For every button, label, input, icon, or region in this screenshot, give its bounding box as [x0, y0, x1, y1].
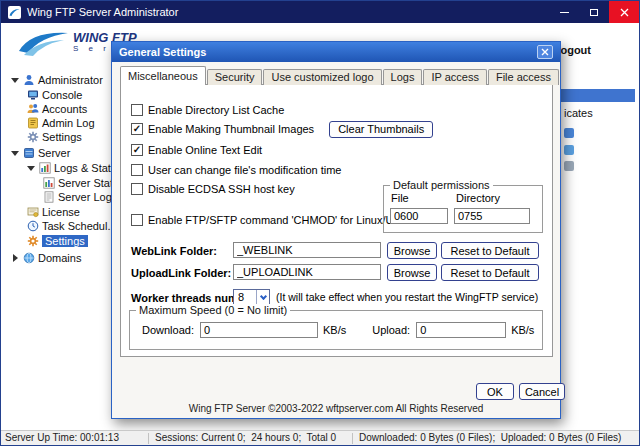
- tree-expander-open-icon[interactable]: [11, 76, 20, 85]
- tree-expander-open-icon[interactable]: [27, 164, 36, 173]
- os-titlebar[interactable]: Wing FTP Server Administrator: [1, 1, 639, 23]
- uploadlink-folder-input[interactable]: [233, 264, 381, 280]
- close-button[interactable]: [609, 1, 639, 23]
- tree-expander-open-icon[interactable]: [11, 149, 20, 158]
- checkbox-row: Enable Online Text Edit: [131, 143, 262, 157]
- administrator-icon: [23, 74, 35, 86]
- sidebar-item-license[interactable]: License: [27, 205, 80, 219]
- checkbox-row: Enable Directory List Cache: [131, 103, 284, 117]
- maximum-speed-legend: Maximum Speed (0 = No limit): [136, 304, 290, 316]
- weblink-folder-label: WebLink Folder:: [131, 245, 217, 257]
- close-icon: [620, 8, 629, 17]
- console-icon: [27, 89, 39, 101]
- status-divider: [352, 433, 353, 444]
- sidebar-item-settings-admin[interactable]: Settings: [27, 130, 82, 144]
- default-permissions-group: Default permissions File Directory: [383, 185, 543, 233]
- dialog-tab-strip: Miscellaneous Security Use customized lo…: [120, 66, 560, 85]
- uploadlink-reset-button[interactable]: Reset to Default: [441, 264, 539, 281]
- sidebar-item-label: Server: [38, 147, 70, 159]
- default-permissions-legend: Default permissions: [390, 179, 493, 191]
- ok-button[interactable]: OK: [476, 383, 514, 400]
- sidebar-item-label: Task Schedul...: [42, 220, 117, 232]
- dialog-footer-text: Wing FTP Server ©2003-2022 wftpserver.co…: [112, 403, 560, 414]
- sidebar-item-administrator[interactable]: Administrator: [11, 73, 103, 87]
- file-label: File: [391, 192, 409, 204]
- stats-chart-icon: [39, 162, 51, 174]
- weblink-reset-button[interactable]: Reset to Default: [441, 242, 539, 259]
- tree-expander-closed-icon[interactable]: [11, 254, 20, 263]
- server-icon: [23, 147, 35, 159]
- worker-threads-value: 8: [234, 291, 256, 303]
- directory-list-cache-checkbox[interactable]: [131, 104, 143, 116]
- dialog-titlebar[interactable]: General Settings: [112, 42, 560, 62]
- status-divider: [148, 433, 149, 444]
- worker-threads-dropdown[interactable]: 8: [233, 289, 270, 305]
- checkbox-row: User can change file's modification time: [131, 163, 341, 177]
- window-title: Wing FTP Server Administrator: [27, 6, 178, 18]
- upload-unit: KB/s: [511, 324, 534, 336]
- weblink-folder-row: WebLink Folder:: [131, 242, 217, 259]
- sidebar-item-server-logs[interactable]: Server Log...: [43, 190, 121, 204]
- sidebar-item-domains[interactable]: Domains: [11, 251, 81, 265]
- sidebar-item-logs-stats[interactable]: Logs & Stat...: [27, 161, 120, 175]
- sidebar-item-label: License: [42, 206, 80, 218]
- checkbox-row: Enable Making Thumbnail Images Clear Thu…: [131, 122, 433, 136]
- sidebar-item-admin-log[interactable]: Admin Log: [27, 116, 95, 130]
- thumbnail-images-checkbox[interactable]: [131, 123, 143, 135]
- minimize-button[interactable]: [549, 1, 579, 23]
- tab-security[interactable]: Security: [207, 69, 263, 85]
- tab-miscellaneous[interactable]: Miscellaneous: [120, 66, 206, 85]
- directory-permission-input[interactable]: [454, 208, 530, 224]
- dialog-close-button[interactable]: [537, 45, 553, 59]
- online-text-edit-checkbox[interactable]: [131, 144, 143, 156]
- background-selected-row[interactable]: [561, 89, 635, 102]
- uploadlink-browse-button[interactable]: Browse: [387, 264, 437, 281]
- checkbox-label: Disable ECDSA SSH host key: [148, 183, 295, 195]
- maximize-icon: [590, 9, 598, 16]
- upload-speed-input[interactable]: [416, 322, 506, 338]
- clock-icon: [27, 220, 39, 232]
- sidebar-item-label: Settings: [42, 131, 82, 143]
- sidebar-item-server[interactable]: Server: [11, 146, 70, 160]
- partial-list-icon: [564, 128, 574, 138]
- sidebar-item-label: Console: [42, 89, 82, 101]
- modification-time-checkbox[interactable]: [131, 164, 143, 176]
- sidebar-item-settings-server[interactable]: Settings: [27, 234, 88, 248]
- background-partial-label[interactable]: icates: [564, 107, 593, 119]
- accounts-icon: [27, 103, 39, 115]
- sidebar-item-task-scheduler[interactable]: Task Schedul...: [27, 219, 117, 233]
- chmod-command-checkbox[interactable]: [131, 214, 143, 226]
- wing-swoosh-icon: [17, 28, 69, 57]
- tab-file-access[interactable]: File access: [488, 69, 559, 85]
- dialog-title: General Settings: [119, 46, 206, 58]
- download-label: Download:: [142, 324, 194, 336]
- file-permission-input[interactable]: [390, 208, 448, 224]
- checkbox-label: Enable Making Thumbnail Images: [148, 123, 314, 135]
- maximize-button[interactable]: [579, 1, 609, 23]
- sidebar-item-console[interactable]: Console: [27, 88, 82, 102]
- ecdsa-ssh-key-checkbox[interactable]: [131, 183, 143, 195]
- weblink-folder-input[interactable]: [233, 242, 381, 258]
- sidebar-item-accounts[interactable]: Accounts: [27, 102, 87, 116]
- license-icon: [27, 206, 39, 218]
- download-speed-input[interactable]: [200, 322, 318, 338]
- tab-use-customized-logo[interactable]: Use customized logo: [263, 69, 381, 85]
- uploadlink-folder-row: UploadLink Folder:: [131, 264, 231, 281]
- sidebar-item-label: Domains: [38, 252, 81, 264]
- tab-logs[interactable]: Logs: [383, 69, 423, 85]
- checkbox-label: User can change file's modification time: [148, 164, 341, 176]
- checkbox-row: Enable FTP/SFTP command 'CHMOD' for Linu…: [131, 213, 408, 227]
- globe-icon: [23, 252, 35, 264]
- partial-list-icon: [564, 145, 574, 155]
- checkbox-label: Enable FTP/SFTP command 'CHMOD' for Linu…: [148, 214, 408, 226]
- partial-list-icon: [564, 161, 574, 171]
- cancel-button[interactable]: Cancel: [519, 383, 565, 400]
- general-settings-dialog: General Settings Miscellaneous Security …: [111, 41, 561, 419]
- checkbox-label: Enable Directory List Cache: [148, 104, 284, 116]
- sidebar-item-label: Admin Log: [42, 117, 95, 129]
- sidebar-item-label: Administrator: [38, 74, 103, 86]
- tab-ip-access[interactable]: IP access: [423, 69, 487, 85]
- clear-thumbnails-button[interactable]: Clear Thumbnails: [329, 121, 433, 138]
- weblink-browse-button[interactable]: Browse: [387, 242, 437, 259]
- minimize-icon: [560, 12, 569, 13]
